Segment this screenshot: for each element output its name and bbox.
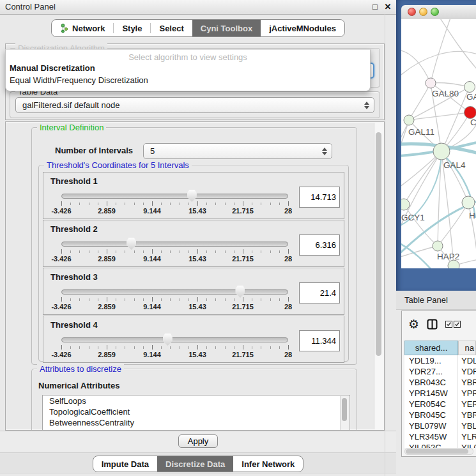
number-of-intervals-combobox[interactable]: 5 <box>143 143 332 159</box>
slider-ticks <box>61 297 288 302</box>
table-row[interactable]: YDL19...YDL1 <box>404 355 476 366</box>
list-scrollbar[interactable] <box>340 396 349 431</box>
threshold-2-slider[interactable]: -3.426 2.859 9.144 15.43 21.715 28 <box>61 242 288 265</box>
checkbox-icons[interactable] <box>445 321 461 328</box>
node-top-right[interactable] <box>464 82 475 93</box>
threshold-1-slider[interactable]: -3.426 2.859 9.144 15.43 21.715 28 <box>61 194 288 217</box>
node-red-selected[interactable] <box>464 107 476 119</box>
table-horizontal-scrollbar-thumb[interactable] <box>406 449 468 454</box>
table-row[interactable]: YLR345WYLR3 <box>404 431 476 442</box>
table-row[interactable]: YBR045CYBR0 <box>404 410 476 420</box>
settings-scrollbar-thumb[interactable] <box>376 132 381 356</box>
slider-ticks <box>61 249 288 254</box>
slider-track[interactable] <box>61 337 288 342</box>
table-header-row: shared... na <box>404 341 476 355</box>
interval-definition-group: Interval Definition Number of Intervals … <box>31 127 357 365</box>
tab-network[interactable]: Network <box>52 20 113 36</box>
slider-thumb[interactable] <box>163 334 173 346</box>
list-item[interactable]: SelfLoops <box>43 395 349 406</box>
table-row[interactable]: YDR27...YDR2 <box>404 366 476 377</box>
slider-track[interactable] <box>61 194 288 199</box>
threshold-3-value-field[interactable] <box>299 282 340 303</box>
slider-thumb[interactable] <box>127 238 136 250</box>
threshold-4-value-field[interactable] <box>299 330 340 351</box>
minimize-traffic-light[interactable] <box>419 8 427 16</box>
split-columns-icon[interactable] <box>427 319 438 330</box>
number-of-intervals-value: 5 <box>150 146 318 156</box>
node-label-gal11: GAL11 <box>408 127 434 137</box>
threshold-4-slider[interactable]: -3.426 2.859 9.144 15.43 21.715 28 <box>61 337 288 360</box>
threshold-1-value-field[interactable] <box>299 187 340 208</box>
zoom-traffic-light[interactable] <box>431 8 439 16</box>
node-gal80[interactable] <box>426 78 436 88</box>
table-row[interactable]: YPR145WYPR1 <box>404 388 476 399</box>
node-table: shared... na YDL19...YDL1 YDR27...YDR2 Y… <box>404 341 476 448</box>
node-gcy1[interactable] <box>401 199 410 210</box>
settings-scrollpane: Interval Definition Number of Intervals … <box>5 121 385 431</box>
control-panel-titlebar: Control Panel □ ✕ <box>0 0 396 15</box>
network-icon <box>60 24 68 33</box>
apply-button[interactable]: Apply <box>178 434 219 448</box>
table-row[interactable]: YBL079WYBL0 <box>404 420 476 431</box>
node-h[interactable] <box>462 196 475 209</box>
node-label-gal80: GAL80 <box>432 89 459 98</box>
float-window-icon[interactable]: □ <box>369 0 381 14</box>
bottom-tabset: Impute Data Discretize Data Infer Networ… <box>93 456 304 472</box>
apply-strip: Apply <box>0 431 396 452</box>
table-row[interactable]: YBR043CYBR0 <box>404 377 476 388</box>
node-hap2[interactable] <box>433 241 443 251</box>
tab-discretize-data[interactable]: Discretize Data <box>157 456 233 472</box>
table-horizontal-scrollbar[interactable] <box>404 448 473 455</box>
combo-arrows-icon <box>364 102 369 109</box>
table-panel-header: Table Panel <box>396 291 476 310</box>
table-toolbar: ⚙ <box>402 311 476 337</box>
threshold-2-label: Threshold 2 <box>50 224 98 234</box>
table-panel-body: ⚙ shared... na YDL19...YDL1 YDR27...YDR2… <box>401 311 476 457</box>
network-window-titlebar <box>401 5 476 20</box>
attributes-group-label: Attributes to discretize <box>37 364 124 374</box>
slider-thumb[interactable] <box>235 286 245 298</box>
table-data-combobox[interactable]: galFiltered.sif default node <box>15 97 374 113</box>
node-label-gal4: GAL4 <box>443 160 466 170</box>
list-item[interactable]: TopologicalCoefficient <box>43 406 349 417</box>
screen: Control Panel □ ✕ Network Style <box>0 0 476 476</box>
column-header-shared-name[interactable]: shared... <box>404 341 458 355</box>
tab-jactivemnodules[interactable]: jActiveMNodules <box>261 20 344 36</box>
threshold-3-slider[interactable]: -3.426 2.859 9.144 15.43 21.715 28 <box>61 289 288 312</box>
settings-scrollbar[interactable] <box>374 123 383 429</box>
slider-track[interactable] <box>61 242 288 247</box>
tab-cyni-toolbox[interactable]: Cyni Toolbox <box>192 20 261 36</box>
threshold-2-value-field[interactable] <box>299 234 340 256</box>
tab-infer-network[interactable]: Infer Network <box>233 456 303 472</box>
control-panel-title: Control Panel <box>5 0 56 14</box>
close-icon[interactable]: ✕ <box>382 0 394 14</box>
list-scrollbar-thumb[interactable] <box>342 398 347 421</box>
popup-hint: Select algorithm to view settings <box>6 50 370 62</box>
thresholds-group: Threshold's Coordinates for 5 Intervals … <box>38 165 349 362</box>
list-item[interactable]: BetweennessCentrality <box>43 417 349 428</box>
column-header-name[interactable]: na <box>458 341 476 355</box>
threshold-4-label: Threshold 4 <box>50 320 98 330</box>
popup-option-equal-width[interactable]: Equal Width/Frequency Discretization <box>6 74 370 86</box>
close-traffic-light[interactable] <box>408 8 416 16</box>
number-of-intervals-label: Number of Intervals <box>55 146 133 155</box>
slider-track[interactable] <box>61 289 288 295</box>
thresholds-group-label: Threshold's Coordinates for 5 Intervals <box>44 160 192 170</box>
tab-select[interactable]: Select <box>151 20 192 36</box>
node-gal4[interactable] <box>433 143 450 160</box>
tab-impute-data[interactable]: Impute Data <box>93 456 157 472</box>
table-row[interactable]: YER054CYER0 <box>404 399 476 410</box>
node-gal11[interactable] <box>404 115 414 125</box>
network-view-canvas[interactable]: GAL80 GA GAL11 GAL4 C GCY1 H HAP2 <box>401 19 476 268</box>
gear-icon[interactable]: ⚙ <box>408 318 419 330</box>
node-label-h: H <box>469 211 475 220</box>
node-label-hap2: HAP2 <box>437 252 459 261</box>
bottom-tabbar: Impute Data Discretize Data Infer Networ… <box>0 452 396 473</box>
tab-style[interactable]: Style <box>114 20 150 36</box>
slider-thumb[interactable] <box>187 190 197 202</box>
panel-divider <box>385 14 385 476</box>
table-row[interactable]: YIL052CYIL0 <box>404 442 476 448</box>
slider-ticks <box>61 345 288 350</box>
popup-option-manual-discretization[interactable]: Manual Discretization <box>6 62 370 74</box>
attributes-group: Attributes to discretize Numerical Attri… <box>31 369 357 431</box>
